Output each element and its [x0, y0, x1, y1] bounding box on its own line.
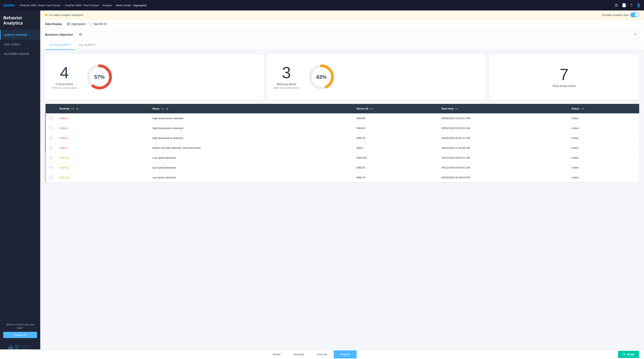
expand-icon-1[interactable]: +: [49, 126, 53, 130]
warning-label: Warning Alerts: [274, 82, 299, 86]
stats-row: 4 Critical Alerts (57% of all active ale…: [40, 50, 644, 104]
col-status[interactable]: Status ▲▼: [568, 104, 639, 113]
tab-active-alerts[interactable]: ACTIVE ALERTS: [45, 41, 75, 50]
logo: seebo: [3, 3, 15, 8]
expand-icon-0[interactable]: +: [49, 116, 53, 120]
row-status-5: Active: [568, 163, 639, 173]
row-start-time-6: 04/15/2018 06:49:04 PM: [438, 173, 568, 182]
table-row[interactable]: + Critical High temperature detected 008…: [46, 123, 639, 133]
expand-icon-6[interactable]: +: [49, 175, 53, 179]
breadcrumb: UltraPak S900- Smart Case Packer › Ultra…: [20, 4, 615, 7]
sim-banner-left: Simulated analytics displayed: [45, 14, 83, 17]
col-start-time[interactable]: Start time ▲▼: [438, 104, 568, 113]
breadcrumb-item-1[interactable]: UltraPak S900- Smart Case Packer: [20, 4, 60, 7]
bottom-nav-analyze[interactable]: Analyze: [334, 350, 356, 358]
chevron-icon-1: ›: [62, 4, 63, 7]
row-name-2: High temperature detected: [149, 133, 354, 143]
row-status-0: Active: [568, 113, 639, 123]
radio-specific-circle: [89, 22, 92, 26]
contact-button[interactable]: Contact Us: [3, 332, 37, 338]
warning-donut-label: 43%: [316, 74, 327, 80]
breadcrumb-item-3[interactable]: Analyze: [102, 4, 112, 7]
row-expand-btn-1[interactable]: +: [46, 123, 56, 133]
row-expand-btn-5[interactable]: +: [46, 163, 56, 173]
sim-toggle-switch[interactable]: [630, 13, 639, 17]
bottom-nav-execute[interactable]: Execute: [311, 350, 334, 358]
stat-card-critical: 4 Critical Alerts (57% of all active ale…: [45, 54, 264, 100]
name-sort-icon: ▲▼: [161, 108, 164, 110]
grid-icon[interactable]: ⊞: [615, 3, 618, 8]
col-severity[interactable]: Severity ▲▼ ⊿: [56, 104, 149, 113]
table-row[interactable]: + Warning Low speed detected 008155 04/2…: [46, 163, 639, 173]
table-row[interactable]: + Warning Low speed detected 0081103 04/…: [46, 153, 639, 163]
table-row[interactable]: + Warning Low speed detected 008176 04/1…: [46, 173, 639, 182]
severity-sort-icon: ▲▼: [71, 108, 74, 110]
main-layout: Behavior Analytics ALERTS CENTER USE CAS…: [0, 11, 644, 359]
row-expand-btn-0[interactable]: +: [46, 113, 56, 123]
sim-banner-text: Simulated analytics displayed: [49, 14, 83, 17]
critical-count-area: 4 Critical Alerts (57% of all active ale…: [52, 65, 77, 89]
row-expand-btn-3[interactable]: +: [46, 143, 56, 153]
help-icon[interactable]: ?: [630, 3, 632, 8]
row-start-time-5: 04/21/2018 06:09:51 AM: [438, 163, 568, 173]
invite-button[interactable]: ✈ Invite: [618, 351, 639, 358]
invite-icon: ✈: [623, 353, 625, 356]
radio-aggregated[interactable]: Aggregated: [67, 22, 86, 26]
row-severity-6: Warning: [56, 173, 149, 182]
expand-icon-2[interactable]: +: [49, 136, 53, 140]
col-expand: [46, 104, 56, 113]
table-row[interactable]: + Critical Speed anomaly detected- send …: [46, 143, 639, 153]
critical-donut: 57%: [85, 63, 114, 91]
severity-filter-icon[interactable]: ⊿: [76, 107, 78, 110]
row-expand-btn-4[interactable]: +: [46, 153, 56, 163]
row-device-id-3: 00817: [354, 143, 438, 153]
table-row[interactable]: + Critical High temperature detected 008…: [46, 133, 639, 143]
expand-icon-3[interactable]: +: [49, 146, 53, 150]
tabs-row: ACTIVE ALERTS ALL ALERTS: [40, 41, 644, 50]
radio-specific-id[interactable]: Specific ID: [89, 22, 107, 26]
row-status-1: Active: [568, 123, 639, 133]
table-header: Severity ▲▼ ⊿ Name ▲▼ ⊿ Device ID ▲▼: [46, 104, 639, 113]
breadcrumb-item-2[interactable]: UltraPak S900- Final Product: [64, 4, 98, 7]
row-name-6: Low speed detected: [149, 173, 354, 182]
radio-aggregated-label: Aggregated: [71, 22, 86, 26]
row-expand-btn-2[interactable]: +: [46, 133, 56, 143]
row-start-time-4: 04/21/2018 09:05:01 AM: [438, 153, 568, 163]
sidebar-item-features-usage[interactable]: FEATURES USAGE: [0, 49, 40, 59]
sim-toggle-container[interactable]: Simulate analytics data: [602, 13, 639, 17]
nav-icons: ⊞ 📄 ? 👤: [615, 3, 641, 8]
radio-aggregated-circle: [67, 22, 70, 26]
business-objective-row: Business Objective All Quality OEE Safet…: [40, 29, 644, 41]
row-status-2: Active: [568, 133, 639, 143]
table-row[interactable]: + Critical High temperature detected 008…: [46, 113, 639, 123]
bottom-nav-model[interactable]: Model: [266, 350, 287, 358]
document-icon[interactable]: 📄: [622, 3, 626, 8]
col-name[interactable]: Name ▲▼ ⊿: [149, 104, 354, 113]
warning-donut: 43%: [307, 63, 336, 91]
chevron-icon-3: ›: [113, 4, 114, 7]
bottom-nav-simulate[interactable]: Simulate: [287, 350, 310, 358]
row-device-id-4: 0081103: [354, 153, 438, 163]
sidebar-item-use-cases[interactable]: USE CASES: [0, 40, 40, 49]
bottom-nav: Model Simulate Execute Analyze ✈ Invite: [0, 349, 644, 359]
data-display-row: Data Display Aggregated Specific ID: [40, 20, 644, 29]
row-expand-btn-6[interactable]: +: [46, 173, 56, 182]
top-nav: seebo UltraPak S900- Smart Case Packer ›…: [0, 0, 644, 11]
stat-card-total: 7 Total Active Alerts: [489, 54, 639, 100]
row-status-3: Active: [568, 143, 639, 153]
sidebar-item-alerts-center[interactable]: ALERTS CENTER: [0, 30, 40, 40]
user-icon[interactable]: 👤: [636, 3, 641, 8]
expand-icon-4[interactable]: +: [49, 156, 53, 160]
row-name-3: Speed anomaly detected- send technician: [149, 143, 354, 153]
biz-obj-select[interactable]: All Quality OEE Safety: [76, 31, 639, 38]
sidebar-nav: ALERTS CENTER USE CASES FEATURES USAGE: [0, 30, 40, 320]
expand-icon-5[interactable]: +: [49, 166, 53, 170]
biz-obj-label: Business Objective: [45, 33, 73, 36]
name-filter-icon[interactable]: ⊿: [166, 107, 168, 110]
col-device-id[interactable]: Device ID ▲▼: [354, 104, 438, 113]
bottom-nav-items: Model Simulate Execute Analyze: [5, 350, 618, 358]
warning-count-area: 3 Warning Alerts (43% of all active aler…: [274, 65, 299, 89]
tab-all-alerts[interactable]: ALL ALERTS: [75, 41, 100, 50]
starttime-sort-icon: ▲▼: [455, 108, 458, 110]
critical-label: Critical Alerts: [52, 82, 77, 86]
